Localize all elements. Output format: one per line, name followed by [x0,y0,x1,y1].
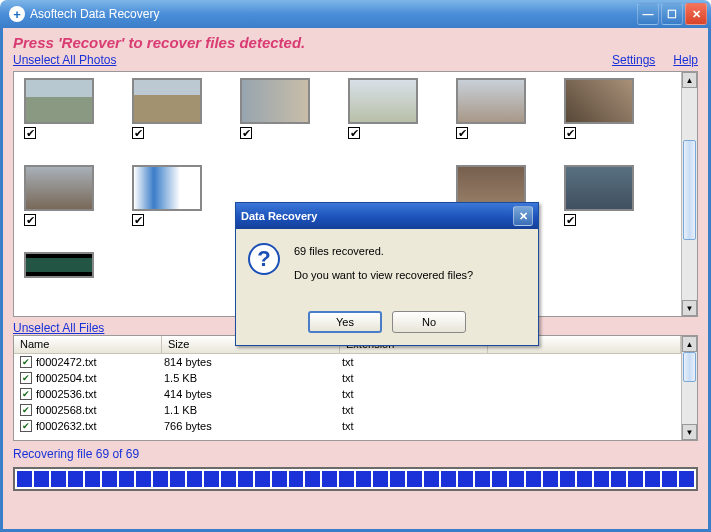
file-ext: txt [342,372,490,384]
scroll-up-arrow[interactable]: ▲ [682,336,697,352]
photo-checkbox[interactable]: ✔ [132,127,144,139]
file-scrollbar[interactable]: ▲ ▼ [681,336,697,440]
photo-checkbox[interactable]: ✔ [132,214,144,226]
data-recovery-dialog: Data Recovery ✕ ? 69 files recovered. Do… [235,202,539,346]
photo-thumb[interactable]: ✔ [564,78,634,139]
photo-checkbox[interactable]: ✔ [24,127,36,139]
file-name: f0002568.txt [36,404,164,416]
scroll-up-arrow[interactable]: ▲ [682,72,697,88]
app-icon: + [9,6,25,22]
file-row[interactable]: ✔f0002472.txt814 bytestxt [14,354,681,370]
photo-checkbox[interactable]: ✔ [348,127,360,139]
file-checkbox[interactable]: ✔ [20,404,32,416]
photo-thumb[interactable]: ✔ [456,78,526,139]
unselect-all-photos-link[interactable]: Unselect All Photos [13,53,116,67]
column-name[interactable]: Name [14,336,162,353]
file-checkbox[interactable]: ✔ [20,420,32,432]
photo-thumb[interactable] [24,252,94,278]
dialog-message-2: Do you want to view recovered files? [294,269,473,281]
photo-thumb[interactable]: ✔ [564,165,634,226]
photo-checkbox[interactable]: ✔ [564,127,576,139]
file-ext: txt [342,388,490,400]
progress-bar [13,467,698,491]
photo-checkbox[interactable]: ✔ [564,214,576,226]
file-panel: Name Size Extension ✔f0002472.txt814 byt… [13,335,698,441]
photo-thumb[interactable]: ✔ [24,165,94,226]
instruction-text: Press 'Recover' to recover files detecte… [13,34,698,51]
file-row[interactable]: ✔f0002568.txt1.1 KBtxt [14,402,681,418]
file-row[interactable]: ✔f0002632.txt766 bytestxt [14,418,681,434]
yes-button[interactable]: Yes [308,311,382,333]
titlebar: + Asoftech Data Recovery — ☐ ✕ [0,0,711,28]
file-checkbox[interactable]: ✔ [20,388,32,400]
question-icon: ? [248,243,280,275]
unselect-all-files-link[interactable]: Unselect All Files [13,321,104,335]
file-size: 814 bytes [164,356,342,368]
photo-thumb[interactable]: ✔ [348,78,418,139]
dialog-message-1: 69 files recovered. [294,245,473,257]
file-name: f0002504.txt [36,372,164,384]
file-size: 766 bytes [164,420,342,432]
photo-thumb[interactable]: ✔ [132,165,202,226]
photo-checkbox[interactable]: ✔ [456,127,468,139]
photo-thumb[interactable]: ✔ [132,78,202,139]
dialog-close-button[interactable]: ✕ [513,206,533,226]
file-ext: txt [342,404,490,416]
close-button[interactable]: ✕ [685,3,707,25]
photo-scrollbar[interactable]: ▲ ▼ [681,72,697,316]
status-text: Recovering file 69 of 69 [13,447,698,461]
file-row[interactable]: ✔f0002536.txt414 bytestxt [14,386,681,402]
file-name: f0002536.txt [36,388,164,400]
settings-link[interactable]: Settings [612,53,655,67]
maximize-button[interactable]: ☐ [661,3,683,25]
file-size: 1.1 KB [164,404,342,416]
file-ext: txt [342,356,490,368]
file-size: 1.5 KB [164,372,342,384]
photo-thumb[interactable]: ✔ [24,78,94,139]
photo-checkbox[interactable]: ✔ [240,127,252,139]
no-button[interactable]: No [392,311,466,333]
dialog-title: Data Recovery [241,210,317,222]
file-name: f0002632.txt [36,420,164,432]
file-checkbox[interactable]: ✔ [20,356,32,368]
photo-thumb[interactable]: ✔ [240,78,310,139]
file-checkbox[interactable]: ✔ [20,372,32,384]
file-row[interactable]: ✔f0002504.txt1.5 KBtxt [14,370,681,386]
file-size: 414 bytes [164,388,342,400]
file-ext: txt [342,420,490,432]
minimize-button[interactable]: — [637,3,659,25]
file-name: f0002472.txt [36,356,164,368]
help-link[interactable]: Help [673,53,698,67]
photo-checkbox[interactable]: ✔ [24,214,36,226]
dialog-titlebar: Data Recovery ✕ [236,203,538,229]
scroll-down-arrow[interactable]: ▼ [682,300,697,316]
scroll-down-arrow[interactable]: ▼ [682,424,697,440]
window-title: Asoftech Data Recovery [30,7,637,21]
